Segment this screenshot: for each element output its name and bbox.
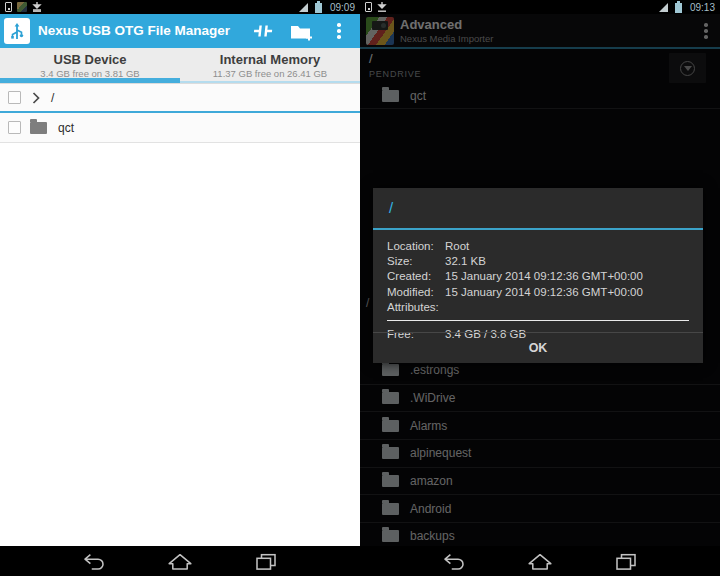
- overflow-icon: [337, 23, 341, 39]
- signal-icon: [658, 2, 669, 13]
- recents-icon: [253, 552, 279, 570]
- right-screen-nexus-media-importer: 09:13 Advanced Nexus Media Importer / PE…: [360, 0, 720, 576]
- usb-app-icon: [4, 18, 30, 44]
- properties-dialog: / Location: Root Size: 32.1 KB Created: …: [373, 188, 703, 363]
- row-checkbox[interactable]: [8, 121, 21, 134]
- tab-usb-device[interactable]: USB Device 3.4 GB free on 3.81 GB: [0, 48, 180, 83]
- left-status-notifications: [5, 2, 42, 13]
- recents-button[interactable]: [609, 549, 643, 573]
- battery-icon: [674, 1, 683, 13]
- field-label: Modified:: [387, 285, 445, 300]
- new-folder-button[interactable]: [282, 14, 320, 48]
- field-label: Size:: [387, 254, 445, 269]
- home-button[interactable]: [523, 549, 557, 573]
- left-status-system: 09:09: [298, 1, 355, 13]
- right-status-bar: 09:13: [360, 0, 720, 14]
- new-folder-icon: [290, 22, 313, 41]
- file-row-folder[interactable]: qct: [0, 113, 360, 143]
- field-value: 15 January 2014 09:12:36 GMT+00:00: [445, 269, 689, 284]
- field-created: Created: 15 January 2014 09:12:36 GMT+00…: [387, 269, 689, 284]
- row-label: qct: [58, 121, 74, 135]
- dual-android-screenshot: 09:09 Nexus USB OTG File Manager: [0, 0, 720, 576]
- folder-icon: [30, 122, 47, 134]
- signal-icon: [298, 2, 309, 13]
- left-status-bar: 09:09: [0, 0, 360, 14]
- battery-icon: [314, 1, 323, 13]
- home-button[interactable]: [163, 549, 197, 573]
- overflow-menu-button[interactable]: [320, 14, 358, 48]
- left-action-buttons: [244, 14, 358, 48]
- field-label: Attributes:: [387, 300, 445, 315]
- tab-label: Internal Memory: [180, 52, 360, 67]
- tab-internal-memory[interactable]: Internal Memory 11.37 GB free on 26.41 G…: [180, 48, 360, 83]
- right-status-notifications: [365, 2, 387, 13]
- left-action-bar: Nexus USB OTG File Manager: [0, 14, 360, 48]
- field-size: Size: 32.1 KB: [387, 254, 689, 269]
- clock: 09:13: [690, 2, 715, 13]
- left-screen-usb-otg-file-manager: 09:09 Nexus USB OTG File Manager: [0, 0, 360, 576]
- recents-button[interactable]: [249, 549, 283, 573]
- unmount-button[interactable]: [244, 14, 282, 48]
- app-title: Nexus USB OTG File Manager: [38, 14, 230, 48]
- file-row-parent-directory[interactable]: /: [0, 83, 360, 113]
- field-label: Location:: [387, 239, 445, 254]
- field-label: Created:: [387, 269, 445, 284]
- row-checkbox[interactable]: [8, 91, 21, 104]
- ok-button[interactable]: OK: [373, 333, 703, 363]
- field-value: Root: [445, 239, 689, 254]
- home-icon: [167, 552, 193, 570]
- right-navigation-bar: [360, 546, 720, 576]
- tab-subtitle: 11.37 GB free on 26.41 GB: [180, 68, 360, 79]
- field-location: Location: Root: [387, 239, 689, 254]
- download-notification-icon: [32, 2, 42, 13]
- device-notification-icon: [5, 2, 12, 12]
- file-list: / qct: [0, 83, 360, 143]
- recents-icon: [613, 552, 639, 570]
- download-notification-icon: [377, 2, 387, 13]
- dialog-title: /: [373, 188, 703, 228]
- clock: 09:09: [330, 2, 355, 13]
- back-icon: [441, 552, 467, 570]
- back-button[interactable]: [77, 549, 111, 573]
- device-notification-icon: [365, 2, 372, 12]
- field-value: 32.1 KB: [445, 254, 689, 269]
- back-button[interactable]: [437, 549, 471, 573]
- home-icon: [527, 552, 553, 570]
- free-space-divider: [387, 320, 689, 321]
- dialog-button-bar: OK: [373, 332, 703, 363]
- field-value: 15 January 2014 09:12:36 GMT+00:00: [445, 285, 689, 300]
- field-value: [445, 300, 689, 315]
- left-navigation-bar: [0, 546, 360, 576]
- storage-tabs: USB Device 3.4 GB free on 3.81 GB Intern…: [0, 48, 360, 83]
- photo-notification-icon: [17, 2, 27, 12]
- right-status-system: 09:13: [658, 1, 715, 13]
- tab-label: USB Device: [0, 52, 180, 67]
- dialog-body: Location: Root Size: 32.1 KB Created: 15…: [373, 230, 703, 342]
- field-modified: Modified: 15 January 2014 09:12:36 GMT+0…: [387, 285, 689, 300]
- chevron-right-icon: [32, 92, 40, 104]
- row-label: /: [51, 91, 54, 105]
- field-attributes: Attributes:: [387, 300, 689, 315]
- unmount-icon: [252, 22, 274, 40]
- back-icon: [81, 552, 107, 570]
